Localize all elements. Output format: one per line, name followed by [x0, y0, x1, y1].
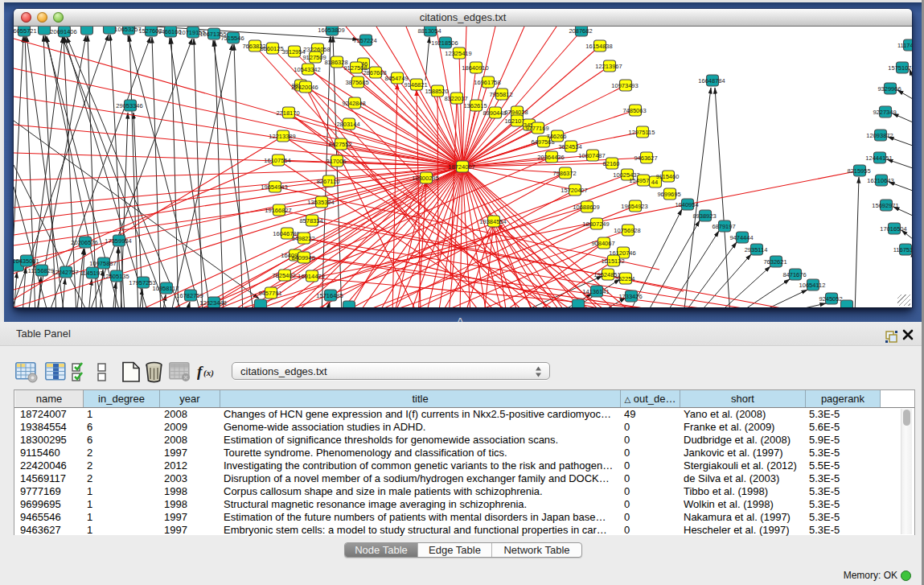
svg-text:f: f: [197, 363, 203, 380]
svg-text:17016504: 17016504: [880, 225, 906, 233]
svg-text:10653257: 10653257: [114, 27, 141, 33]
svg-text:1362615: 1362615: [463, 102, 487, 109]
svg-text:9466160: 9466160: [158, 28, 181, 35]
svg-text:9084067: 9084067: [591, 240, 614, 247]
svg-text:8215955: 8215955: [847, 167, 870, 175]
svg-text:17359934: 17359934: [105, 237, 131, 245]
svg-text:2935114: 2935114: [745, 246, 768, 253]
svg-text:9463627: 9463627: [634, 154, 657, 162]
svg-text:9227349: 9227349: [873, 109, 896, 116]
svg-text:16782759: 16782759: [176, 292, 203, 299]
svg-text:12213389: 12213389: [269, 133, 295, 140]
svg-text:9699695: 9699695: [657, 191, 680, 198]
svg-text:20206576: 20206576: [71, 239, 97, 246]
svg-text:12444151: 12444151: [865, 154, 892, 162]
svg-text:19166827: 19166827: [265, 207, 291, 214]
svg-text:8267110: 8267110: [317, 178, 340, 185]
svg-text:12505135: 12505135: [102, 273, 129, 280]
svg-text:9329966: 9329966: [877, 85, 901, 93]
svg-text:1167538: 1167538: [893, 246, 912, 253]
svg-text:9242848: 9242848: [342, 100, 365, 107]
svg-text:252254: 252254: [614, 275, 634, 282]
svg-text:10958117: 10958117: [153, 285, 179, 292]
svg-text:29053346: 29053346: [116, 102, 142, 109]
svg-text:7632621: 7632621: [763, 258, 786, 266]
svg-text:746266: 746266: [546, 133, 566, 140]
svg-text:8322037: 8322037: [444, 95, 467, 102]
svg-text:16435061: 16435061: [14, 257, 39, 265]
svg-text:10654112: 10654112: [799, 282, 826, 289]
svg-text:62160: 62160: [603, 160, 620, 167]
svg-text:2087682: 2087682: [569, 27, 592, 35]
svg-text:9127509: 9127509: [302, 54, 326, 61]
svg-text:16154838: 16154838: [585, 43, 612, 50]
svg-text:16648784: 16648784: [698, 77, 725, 84]
svg-text:7515546: 7515546: [220, 35, 244, 42]
svg-text:15720407: 15720407: [561, 187, 587, 194]
svg-text:15751074: 15751074: [888, 64, 912, 72]
svg-text:18807249: 18807249: [582, 220, 609, 228]
svg-text:8813054: 8813054: [417, 27, 441, 35]
svg-text:7955812: 7955812: [489, 91, 512, 98]
svg-text:8990448: 8990448: [483, 109, 506, 117]
svg-text:1615132: 1615132: [601, 257, 624, 265]
svg-text:10973493: 10973493: [611, 82, 638, 89]
svg-text:20691406: 20691406: [50, 28, 76, 35]
svg-text:15716485: 15716485: [316, 292, 343, 299]
svg-text:1733426: 1733426: [618, 293, 642, 300]
svg-text:12975115: 12975115: [629, 129, 655, 136]
svg-text:1117404: 1117404: [897, 42, 912, 49]
svg-text:22420046: 22420046: [291, 84, 318, 91]
svg-text:16961758: 16961758: [474, 79, 500, 86]
svg-text:3498222: 3498222: [291, 235, 314, 242]
svg-text:2803144: 2803144: [336, 121, 359, 128]
svg-text:10756928: 10756928: [614, 227, 640, 234]
svg-text:10807487: 10807487: [578, 152, 605, 159]
svg-text:16914479: 16914479: [298, 273, 324, 280]
svg-text:9146821: 9146821: [404, 81, 427, 89]
svg-text:19654923: 19654923: [621, 203, 647, 210]
svg-text:8409948: 8409948: [291, 254, 314, 262]
svg-text:8660125: 8660125: [260, 45, 283, 52]
svg-text:9245052: 9245052: [819, 295, 842, 303]
svg-text:8471676: 8471676: [782, 271, 806, 278]
svg-text:3912954: 3912954: [281, 48, 305, 56]
svg-text:8427552: 8427552: [328, 141, 351, 148]
svg-text:12213967: 12213967: [595, 63, 622, 70]
svg-text:7357224: 7357224: [353, 37, 376, 44]
svg-text:16053809: 16053809: [318, 27, 344, 34]
svg-text:6879197: 6879197: [712, 223, 735, 230]
svg-text:13535394: 13535394: [307, 199, 334, 206]
svg-text:1640954: 1640954: [675, 201, 698, 208]
svg-text:8938923: 8938923: [692, 212, 716, 220]
svg-text:16055721: 16055721: [14, 27, 37, 35]
svg-text:11156829: 11156829: [28, 267, 54, 274]
svg-text:8578334: 8578334: [299, 217, 322, 225]
svg-text:12242757: 12242757: [51, 269, 78, 276]
svg-text:12325419: 12325419: [445, 50, 471, 57]
svg-text:(x): (x): [203, 368, 214, 378]
svg-text:7625402: 7625402: [272, 272, 295, 279]
svg-text:15692971: 15692971: [872, 202, 898, 209]
svg-text:7986372: 7986372: [552, 170, 576, 177]
svg-text:9457791: 9457791: [258, 290, 281, 297]
svg-text:18640910: 18640910: [462, 64, 488, 72]
svg-text:1588520: 1588520: [425, 88, 448, 95]
svg-text:3875685: 3875685: [345, 79, 368, 86]
svg-text:18300295: 18300295: [412, 175, 438, 182]
svg-text:9474444: 9474444: [729, 234, 753, 241]
svg-text:2867608: 2867608: [363, 69, 386, 76]
svg-text:3624534: 3624534: [558, 143, 581, 150]
svg-text:1145193: 1145193: [80, 270, 104, 277]
svg-text:12323448: 12323448: [199, 299, 226, 307]
svg-text:10543342: 10543342: [294, 66, 320, 73]
svg-text:14136141: 14136141: [582, 288, 609, 295]
svg-text:6794028: 6794028: [504, 109, 528, 116]
svg-text:317006: 317006: [326, 158, 346, 165]
svg-text:16107554: 16107554: [264, 157, 290, 164]
svg-text:7485063: 7485063: [622, 107, 646, 114]
svg-text:19218506: 19218506: [431, 39, 458, 47]
svg-text:19654943: 19654943: [261, 183, 287, 191]
svg-text:9777169: 9777169: [525, 125, 548, 132]
svg-text:16210643: 16210643: [867, 177, 893, 184]
